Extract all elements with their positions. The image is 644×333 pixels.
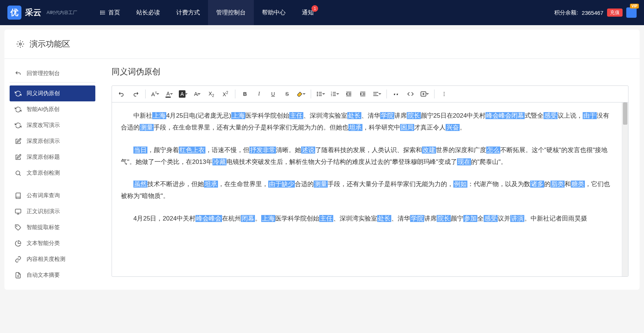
sidebar-synonym[interactable]: 同义词伪原创 xyxy=(10,85,95,101)
sidebar-deep-title[interactable]: 深度原创标题 xyxy=(10,149,95,165)
svg-point-4 xyxy=(100,12,101,13)
tag-icon xyxy=(15,224,21,231)
ol-button[interactable]: 123 xyxy=(328,88,341,100)
italic-button[interactable]: I xyxy=(252,88,266,100)
refresh-icon xyxy=(15,106,21,113)
more-button[interactable] xyxy=(437,88,451,100)
svg-point-14 xyxy=(317,94,318,94)
svg-line-8 xyxy=(19,174,20,175)
points-label: 积分余额: xyxy=(554,9,578,16)
quote-icon xyxy=(393,91,400,97)
logo-area[interactable]: 优 采云 AI时代内容工厂 xyxy=(7,6,77,20)
svg-rect-9 xyxy=(16,209,21,213)
sidebar-check[interactable]: 文章原创检测 xyxy=(10,165,95,181)
page-header: 演示功能区 xyxy=(4,30,640,59)
svg-point-7 xyxy=(16,171,20,175)
edit-icon xyxy=(15,154,21,161)
svg-point-37 xyxy=(444,92,444,92)
outdent-button[interactable] xyxy=(342,88,355,100)
notice-badge: 1 xyxy=(311,5,318,12)
ul-button[interactable] xyxy=(314,88,327,100)
brand-name: 采云 xyxy=(25,7,41,18)
svg-point-5 xyxy=(100,14,101,14)
svg-point-15 xyxy=(317,95,318,96)
page-title: 演示功能区 xyxy=(30,38,70,50)
main-title: 同义词伪原创 xyxy=(112,66,628,77)
ul-icon xyxy=(316,91,323,97)
sidebar: 回管理控制台 同义词伪原创 智能AI伪原创 深度改写演示 深度原创演示 深度原创… xyxy=(4,59,100,290)
main-nav: 首页 站长必读 计费方式 管理控制台 帮助中心 通知1 xyxy=(92,0,322,25)
insert-icon xyxy=(420,91,427,97)
sidebar-summary[interactable]: 自动文本摘要 xyxy=(10,267,95,283)
bgcolor-button[interactable]: A xyxy=(177,88,190,100)
svg-point-12 xyxy=(17,226,17,226)
paragraph-3: 虽然技术不断进步，但她坦承，在生命世界里，由于缺少合适的测量手段，还有大量分子是… xyxy=(121,178,613,202)
sidebar-body-rec[interactable]: 正文识别演示 xyxy=(10,204,95,219)
brand-slogan: AI时代内容工厂 xyxy=(47,10,77,16)
align-icon xyxy=(372,91,379,97)
points-value: 2365467 xyxy=(582,10,603,16)
sidebar-tags[interactable]: 智能提取标签 xyxy=(10,219,95,235)
undo-button[interactable] xyxy=(115,88,128,100)
top-right: 积分余额: 2365467 充值 VIP xyxy=(554,7,637,18)
edit-icon xyxy=(15,138,21,145)
lettercase-button[interactable]: Ai xyxy=(191,88,204,100)
sidebar-dict[interactable]: 公有词库查询 xyxy=(10,188,95,204)
nav-help[interactable]: 帮助中心 xyxy=(254,0,294,25)
svg-point-39 xyxy=(444,95,444,96)
nav-webmaster[interactable]: 站长必读 xyxy=(128,0,168,25)
vip-badge: VIP xyxy=(630,4,639,9)
scrollbar[interactable] xyxy=(622,102,628,276)
svg-text:3: 3 xyxy=(331,94,332,97)
svg-point-3 xyxy=(100,11,101,11)
outdent-icon xyxy=(345,91,352,97)
search-icon xyxy=(15,170,21,176)
recharge-button[interactable]: 充值 xyxy=(607,9,623,17)
sidebar-relevance[interactable]: 内容相关度检测 xyxy=(10,251,95,267)
sidebar-ai[interactable]: 智能AI伪原创 xyxy=(10,101,95,117)
ol-icon: 123 xyxy=(330,91,337,97)
insert-button[interactable] xyxy=(418,88,431,100)
gear-icon xyxy=(16,40,24,48)
top-navbar: 优 采云 AI时代内容工厂 首页 站长必读 计费方式 管理控制台 帮助中心 通知… xyxy=(0,0,644,25)
align-button[interactable] xyxy=(370,88,384,100)
file-icon xyxy=(15,272,21,279)
svg-point-6 xyxy=(19,43,21,45)
fontcolor-button[interactable]: A xyxy=(163,88,176,100)
indent-button[interactable] xyxy=(356,88,369,100)
sidebar-deep-original[interactable]: 深度原创演示 xyxy=(10,133,95,149)
monitor-icon xyxy=(15,208,21,215)
quote-button[interactable] xyxy=(390,88,403,100)
editor-content[interactable]: 中新社上海4月25日电(记者庞无忌)上海医学科学院创始主任、深圳湾实验室处长、清… xyxy=(112,102,622,276)
subscript-button[interactable]: X2 xyxy=(205,88,218,100)
scroll-thumb[interactable] xyxy=(623,102,627,125)
svg-point-38 xyxy=(444,94,444,94)
nav-home[interactable]: 首页 xyxy=(92,0,128,25)
sidebar-classify[interactable]: 文本智能分类 xyxy=(10,235,95,251)
bold-button[interactable]: B xyxy=(238,88,252,100)
refresh-icon xyxy=(15,90,21,97)
fontsize-button[interactable]: AT xyxy=(149,88,162,100)
list-icon xyxy=(100,10,106,16)
nav-billing[interactable]: 计费方式 xyxy=(168,0,208,25)
avatar[interactable]: VIP xyxy=(626,7,637,18)
sidebar-return[interactable]: 回管理控制台 xyxy=(10,65,95,83)
link-icon xyxy=(15,256,21,263)
nav-notice[interactable]: 通知1 xyxy=(294,0,322,25)
return-icon xyxy=(15,70,21,77)
pie-icon xyxy=(15,240,21,247)
paragraph-4: 4月25日，2024中关村峰会峰会在杭州闭幕。上海医学科学院创始主任、深圳湾实验… xyxy=(121,213,613,225)
marker-icon xyxy=(297,91,303,97)
code-button[interactable] xyxy=(404,88,417,100)
sidebar-deep-rewrite[interactable]: 深度改写演示 xyxy=(10,117,95,133)
page-card: 演示功能区 回管理控制台 同义词伪原创 智能AI伪原创 深度改写演示 深度原创演… xyxy=(4,30,640,290)
underline-button[interactable]: U xyxy=(266,88,280,100)
superscript-button[interactable]: X2 xyxy=(219,88,232,100)
redo-button[interactable] xyxy=(129,88,142,100)
indent-icon xyxy=(360,91,366,97)
nav-console[interactable]: 管理控制台 xyxy=(208,0,254,25)
editor: AT A A Ai X2 X2 B I U S 123 xyxy=(112,85,628,277)
more-icon xyxy=(441,91,447,97)
highlight-button[interactable] xyxy=(294,88,308,100)
strike-button[interactable]: S xyxy=(280,88,294,100)
